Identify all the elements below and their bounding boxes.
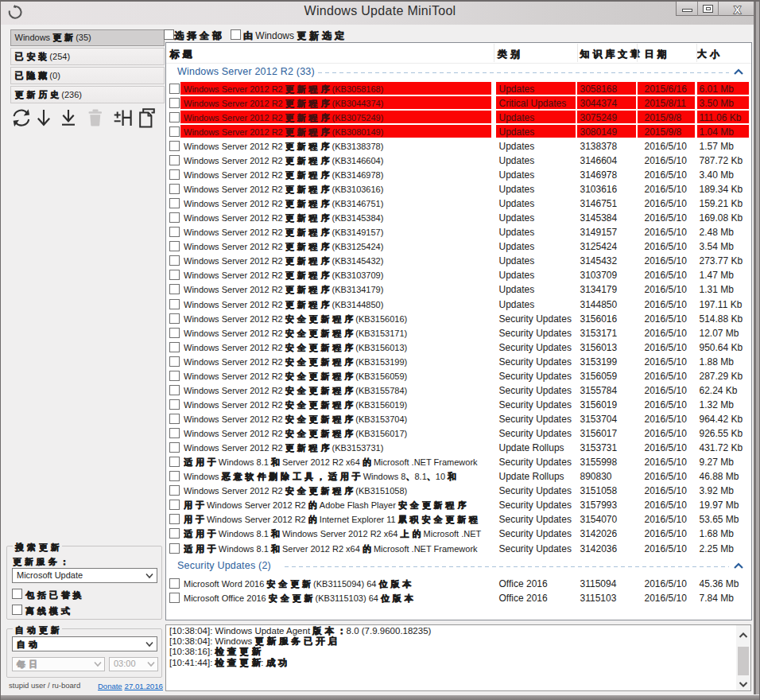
svg-text:X: X (734, 4, 741, 14)
